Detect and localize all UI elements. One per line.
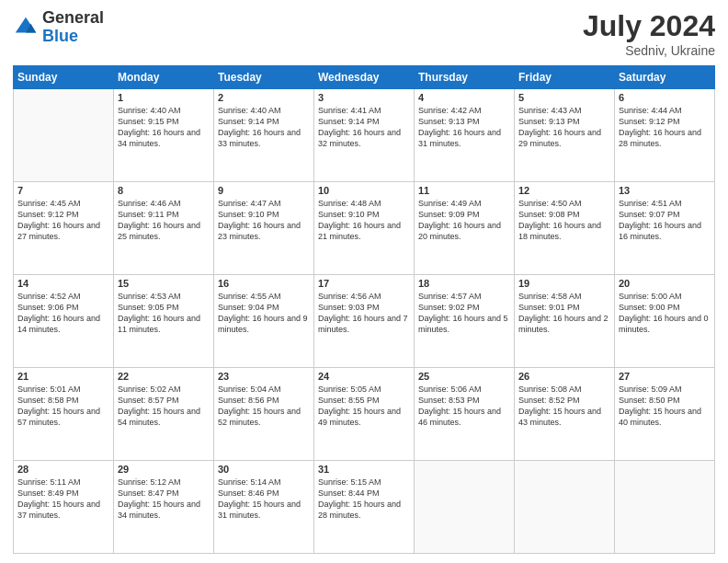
day-info: Sunrise: 5:02 AM Sunset: 8:57 PM Dayligh…: [118, 384, 210, 429]
day-number: 19: [518, 278, 610, 289]
calendar-cell: 3Sunrise: 4:41 AM Sunset: 9:14 PM Daylig…: [314, 89, 415, 182]
day-number: 26: [518, 371, 610, 382]
day-number: 8: [118, 185, 210, 196]
calendar-week-4: 21Sunrise: 5:01 AM Sunset: 8:58 PM Dayli…: [14, 368, 715, 461]
calendar-week-2: 7Sunrise: 4:45 AM Sunset: 9:12 PM Daylig…: [14, 182, 715, 275]
day-info: Sunrise: 5:01 AM Sunset: 8:58 PM Dayligh…: [17, 384, 109, 429]
day-number: 14: [17, 278, 109, 289]
calendar-cell: 31Sunrise: 5:15 AM Sunset: 8:44 PM Dayli…: [314, 461, 415, 554]
day-info: Sunrise: 4:41 AM Sunset: 9:14 PM Dayligh…: [318, 105, 410, 150]
day-number: 11: [418, 185, 510, 196]
day-number: 17: [318, 278, 410, 289]
day-number: 16: [218, 278, 310, 289]
calendar-cell: 10Sunrise: 4:48 AM Sunset: 9:10 PM Dayli…: [314, 182, 415, 275]
day-number: 30: [218, 464, 310, 475]
day-number: 3: [318, 92, 410, 103]
day-number: 20: [619, 278, 711, 289]
day-info: Sunrise: 4:57 AM Sunset: 9:02 PM Dayligh…: [418, 291, 510, 336]
calendar-header-thursday: Thursday: [415, 66, 515, 89]
location: Sedniv, Ukraine: [583, 43, 715, 58]
calendar-cell: 19Sunrise: 4:58 AM Sunset: 9:01 PM Dayli…: [515, 275, 615, 368]
calendar-header-monday: Monday: [114, 66, 214, 89]
day-info: Sunrise: 4:51 AM Sunset: 9:07 PM Dayligh…: [619, 198, 711, 243]
calendar-header-tuesday: Tuesday: [214, 66, 314, 89]
logo-text: General Blue: [42, 9, 104, 46]
day-number: 12: [518, 185, 610, 196]
calendar-week-5: 28Sunrise: 5:11 AM Sunset: 8:49 PM Dayli…: [14, 461, 715, 554]
logo-icon: [13, 15, 39, 40]
day-number: 5: [518, 92, 610, 103]
day-info: Sunrise: 4:56 AM Sunset: 9:03 PM Dayligh…: [318, 291, 410, 336]
calendar-header-sunday: Sunday: [14, 66, 114, 89]
day-info: Sunrise: 5:08 AM Sunset: 8:52 PM Dayligh…: [518, 384, 610, 429]
calendar-cell: 23Sunrise: 5:04 AM Sunset: 8:56 PM Dayli…: [214, 368, 314, 461]
calendar-cell: 20Sunrise: 5:00 AM Sunset: 9:00 PM Dayli…: [615, 275, 715, 368]
day-number: 28: [17, 464, 109, 475]
calendar-cell: 26Sunrise: 5:08 AM Sunset: 8:52 PM Dayli…: [515, 368, 615, 461]
day-info: Sunrise: 5:12 AM Sunset: 8:47 PM Dayligh…: [118, 477, 210, 522]
day-info: Sunrise: 4:48 AM Sunset: 9:10 PM Dayligh…: [318, 198, 410, 243]
calendar-cell: 24Sunrise: 5:05 AM Sunset: 8:55 PM Dayli…: [314, 368, 415, 461]
calendar-cell: 29Sunrise: 5:12 AM Sunset: 8:47 PM Dayli…: [114, 461, 214, 554]
day-info: Sunrise: 4:40 AM Sunset: 9:15 PM Dayligh…: [118, 105, 210, 150]
logo: General Blue: [13, 9, 104, 46]
day-info: Sunrise: 5:09 AM Sunset: 8:50 PM Dayligh…: [619, 384, 711, 429]
day-number: 29: [118, 464, 210, 475]
calendar-cell: 22Sunrise: 5:02 AM Sunset: 8:57 PM Dayli…: [114, 368, 214, 461]
day-info: Sunrise: 5:11 AM Sunset: 8:49 PM Dayligh…: [17, 477, 109, 522]
month-year: July 2024: [583, 9, 715, 43]
day-info: Sunrise: 4:49 AM Sunset: 9:09 PM Dayligh…: [418, 198, 510, 243]
day-info: Sunrise: 4:42 AM Sunset: 9:13 PM Dayligh…: [418, 105, 510, 150]
day-number: 23: [218, 371, 310, 382]
day-info: Sunrise: 4:47 AM Sunset: 9:10 PM Dayligh…: [218, 198, 310, 243]
day-number: 25: [418, 371, 510, 382]
calendar-cell: 21Sunrise: 5:01 AM Sunset: 8:58 PM Dayli…: [14, 368, 114, 461]
calendar-cell: [615, 461, 715, 554]
calendar-cell: 2Sunrise: 4:40 AM Sunset: 9:14 PM Daylig…: [214, 89, 314, 182]
day-info: Sunrise: 4:55 AM Sunset: 9:04 PM Dayligh…: [218, 291, 310, 336]
calendar-cell: 1Sunrise: 4:40 AM Sunset: 9:15 PM Daylig…: [114, 89, 214, 182]
calendar-cell: 4Sunrise: 4:42 AM Sunset: 9:13 PM Daylig…: [415, 89, 515, 182]
day-info: Sunrise: 4:52 AM Sunset: 9:06 PM Dayligh…: [17, 291, 109, 336]
day-number: 2: [218, 92, 310, 103]
day-info: Sunrise: 5:00 AM Sunset: 9:00 PM Dayligh…: [619, 291, 711, 336]
day-number: 9: [218, 185, 310, 196]
day-number: 21: [17, 371, 109, 382]
day-info: Sunrise: 4:43 AM Sunset: 9:13 PM Dayligh…: [518, 105, 610, 150]
calendar-cell: 5Sunrise: 4:43 AM Sunset: 9:13 PM Daylig…: [515, 89, 615, 182]
calendar-cell: 9Sunrise: 4:47 AM Sunset: 9:10 PM Daylig…: [214, 182, 314, 275]
day-info: Sunrise: 5:15 AM Sunset: 8:44 PM Dayligh…: [318, 477, 410, 522]
calendar-cell: 8Sunrise: 4:46 AM Sunset: 9:11 PM Daylig…: [114, 182, 214, 275]
calendar: SundayMondayTuesdayWednesdayThursdayFrid…: [13, 65, 715, 554]
day-number: 4: [418, 92, 510, 103]
calendar-cell: 7Sunrise: 4:45 AM Sunset: 9:12 PM Daylig…: [14, 182, 114, 275]
day-number: 7: [17, 185, 109, 196]
calendar-cell: 12Sunrise: 4:50 AM Sunset: 9:08 PM Dayli…: [515, 182, 615, 275]
day-number: 13: [619, 185, 711, 196]
calendar-cell: 15Sunrise: 4:53 AM Sunset: 9:05 PM Dayli…: [114, 275, 214, 368]
title-block: July 2024 Sedniv, Ukraine: [583, 9, 715, 58]
calendar-cell: 27Sunrise: 5:09 AM Sunset: 8:50 PM Dayli…: [615, 368, 715, 461]
calendar-week-3: 14Sunrise: 4:52 AM Sunset: 9:06 PM Dayli…: [14, 275, 715, 368]
calendar-cell: [515, 461, 615, 554]
calendar-cell: 16Sunrise: 4:55 AM Sunset: 9:04 PM Dayli…: [214, 275, 314, 368]
calendar-header-saturday: Saturday: [615, 66, 715, 89]
day-info: Sunrise: 5:04 AM Sunset: 8:56 PM Dayligh…: [218, 384, 310, 429]
day-info: Sunrise: 4:45 AM Sunset: 9:12 PM Dayligh…: [17, 198, 109, 243]
calendar-header-wednesday: Wednesday: [314, 66, 415, 89]
day-info: Sunrise: 4:44 AM Sunset: 9:12 PM Dayligh…: [619, 105, 711, 150]
calendar-cell: 11Sunrise: 4:49 AM Sunset: 9:09 PM Dayli…: [415, 182, 515, 275]
calendar-cell: [14, 89, 114, 182]
day-number: 22: [118, 371, 210, 382]
calendar-cell: 30Sunrise: 5:14 AM Sunset: 8:46 PM Dayli…: [214, 461, 314, 554]
day-info: Sunrise: 4:40 AM Sunset: 9:14 PM Dayligh…: [218, 105, 310, 150]
day-number: 1: [118, 92, 210, 103]
day-info: Sunrise: 5:05 AM Sunset: 8:55 PM Dayligh…: [318, 384, 410, 429]
day-number: 27: [619, 371, 711, 382]
calendar-cell: 28Sunrise: 5:11 AM Sunset: 8:49 PM Dayli…: [14, 461, 114, 554]
day-info: Sunrise: 4:53 AM Sunset: 9:05 PM Dayligh…: [118, 291, 210, 336]
day-info: Sunrise: 5:06 AM Sunset: 8:53 PM Dayligh…: [418, 384, 510, 429]
day-number: 18: [418, 278, 510, 289]
day-info: Sunrise: 4:50 AM Sunset: 9:08 PM Dayligh…: [518, 198, 610, 243]
calendar-cell: 17Sunrise: 4:56 AM Sunset: 9:03 PM Dayli…: [314, 275, 415, 368]
